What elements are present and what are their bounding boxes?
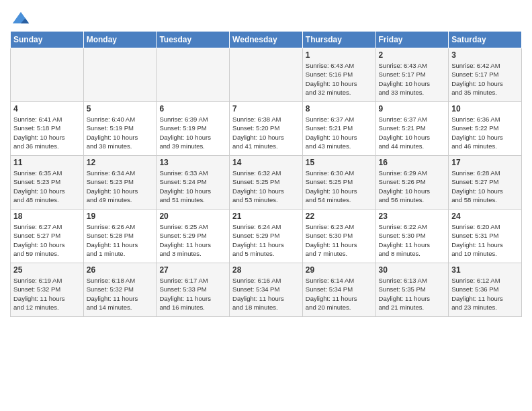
day-info: Sunrise: 6:35 AM Sunset: 5:23 PM Dayligh… bbox=[13, 169, 81, 204]
day-number: 21 bbox=[232, 212, 300, 221]
day-info: Sunrise: 6:34 AM Sunset: 5:23 PM Dayligh… bbox=[87, 169, 154, 204]
logo bbox=[10, 11, 30, 26]
day-info: Sunrise: 6:13 AM Sunset: 5:35 PM Dayligh… bbox=[379, 276, 446, 312]
day-info: Sunrise: 6:37 AM Sunset: 5:21 PM Dayligh… bbox=[379, 115, 446, 150]
calendar-cell: 20Sunrise: 6:25 AM Sunset: 5:29 PM Dayli… bbox=[157, 210, 230, 263]
day-number: 13 bbox=[159, 158, 226, 167]
day-number: 20 bbox=[159, 212, 226, 221]
calendar-cell: 13Sunrise: 6:33 AM Sunset: 5:24 PM Dayli… bbox=[157, 156, 230, 210]
week-row-5: 25Sunrise: 6:19 AM Sunset: 5:32 PM Dayli… bbox=[11, 263, 522, 317]
calendar-cell: 27Sunrise: 6:17 AM Sunset: 5:33 PM Dayli… bbox=[157, 263, 230, 317]
calendar-cell: 5Sunrise: 6:40 AM Sunset: 5:19 PM Daylig… bbox=[83, 102, 157, 156]
day-number: 15 bbox=[306, 158, 373, 167]
col-header-wednesday: Wednesday bbox=[230, 32, 303, 48]
calendar-cell: 29Sunrise: 6:14 AM Sunset: 5:34 PM Dayli… bbox=[302, 263, 375, 317]
calendar-cell bbox=[230, 48, 303, 102]
day-info: Sunrise: 6:14 AM Sunset: 5:34 PM Dayligh… bbox=[306, 276, 373, 312]
day-info: Sunrise: 6:40 AM Sunset: 5:19 PM Dayligh… bbox=[87, 115, 154, 150]
day-number: 29 bbox=[306, 265, 373, 275]
col-header-thursday: Thursday bbox=[302, 32, 375, 48]
calendar-cell: 18Sunrise: 6:27 AM Sunset: 5:27 PM Dayli… bbox=[11, 210, 84, 263]
col-header-monday: Monday bbox=[83, 32, 157, 48]
day-number: 23 bbox=[379, 212, 446, 221]
calendar-cell: 6Sunrise: 6:39 AM Sunset: 5:19 PM Daylig… bbox=[157, 102, 230, 156]
day-number: 25 bbox=[13, 265, 81, 275]
calendar-cell: 1Sunrise: 6:43 AM Sunset: 5:16 PM Daylig… bbox=[302, 48, 375, 102]
day-info: Sunrise: 6:28 AM Sunset: 5:27 PM Dayligh… bbox=[451, 169, 519, 204]
day-info: Sunrise: 6:16 AM Sunset: 5:34 PM Dayligh… bbox=[232, 276, 300, 312]
calendar-cell: 7Sunrise: 6:38 AM Sunset: 5:20 PM Daylig… bbox=[230, 102, 303, 156]
day-info: Sunrise: 6:41 AM Sunset: 5:18 PM Dayligh… bbox=[13, 115, 81, 150]
day-info: Sunrise: 6:30 AM Sunset: 5:25 PM Dayligh… bbox=[306, 169, 373, 204]
day-info: Sunrise: 6:12 AM Sunset: 5:36 PM Dayligh… bbox=[451, 276, 519, 312]
day-number: 28 bbox=[232, 265, 300, 275]
calendar-cell: 12Sunrise: 6:34 AM Sunset: 5:23 PM Dayli… bbox=[83, 156, 157, 210]
calendar-cell: 2Sunrise: 6:43 AM Sunset: 5:17 PM Daylig… bbox=[375, 48, 449, 102]
day-info: Sunrise: 6:37 AM Sunset: 5:21 PM Dayligh… bbox=[306, 115, 373, 150]
calendar-cell: 26Sunrise: 6:18 AM Sunset: 5:32 PM Dayli… bbox=[83, 263, 157, 317]
calendar-cell bbox=[157, 48, 230, 102]
day-number: 14 bbox=[232, 158, 300, 167]
col-header-friday: Friday bbox=[375, 32, 449, 48]
calendar-cell: 9Sunrise: 6:37 AM Sunset: 5:21 PM Daylig… bbox=[375, 102, 449, 156]
calendar-cell: 23Sunrise: 6:22 AM Sunset: 5:30 PM Dayli… bbox=[375, 210, 449, 263]
day-number: 1 bbox=[306, 50, 373, 60]
calendar-cell: 28Sunrise: 6:16 AM Sunset: 5:34 PM Dayli… bbox=[230, 263, 303, 317]
calendar-cell: 17Sunrise: 6:28 AM Sunset: 5:27 PM Dayli… bbox=[449, 156, 522, 210]
day-info: Sunrise: 6:19 AM Sunset: 5:32 PM Dayligh… bbox=[13, 276, 81, 312]
day-info: Sunrise: 6:24 AM Sunset: 5:29 PM Dayligh… bbox=[232, 222, 300, 258]
day-number: 18 bbox=[13, 212, 81, 221]
calendar-cell: 21Sunrise: 6:24 AM Sunset: 5:29 PM Dayli… bbox=[230, 210, 303, 263]
day-number: 4 bbox=[13, 104, 81, 113]
day-info: Sunrise: 6:39 AM Sunset: 5:19 PM Dayligh… bbox=[159, 115, 226, 150]
calendar-cell: 25Sunrise: 6:19 AM Sunset: 5:32 PM Dayli… bbox=[11, 263, 84, 317]
calendar-cell: 11Sunrise: 6:35 AM Sunset: 5:23 PM Dayli… bbox=[11, 156, 84, 210]
col-header-tuesday: Tuesday bbox=[157, 32, 230, 48]
calendar-cell: 16Sunrise: 6:29 AM Sunset: 5:26 PM Dayli… bbox=[375, 156, 449, 210]
day-number: 8 bbox=[306, 104, 373, 113]
calendar-cell: 24Sunrise: 6:20 AM Sunset: 5:31 PM Dayli… bbox=[449, 210, 522, 263]
week-row-4: 18Sunrise: 6:27 AM Sunset: 5:27 PM Dayli… bbox=[11, 210, 522, 263]
week-row-2: 4Sunrise: 6:41 AM Sunset: 5:18 PM Daylig… bbox=[11, 102, 522, 156]
day-number: 17 bbox=[451, 158, 519, 167]
day-info: Sunrise: 6:42 AM Sunset: 5:17 PM Dayligh… bbox=[451, 61, 519, 97]
day-number: 30 bbox=[379, 265, 446, 275]
day-number: 12 bbox=[87, 158, 154, 167]
day-info: Sunrise: 6:43 AM Sunset: 5:17 PM Dayligh… bbox=[379, 61, 446, 97]
day-number: 2 bbox=[379, 50, 446, 60]
day-info: Sunrise: 6:32 AM Sunset: 5:25 PM Dayligh… bbox=[232, 169, 300, 204]
day-info: Sunrise: 6:33 AM Sunset: 5:24 PM Dayligh… bbox=[159, 169, 226, 204]
week-row-3: 11Sunrise: 6:35 AM Sunset: 5:23 PM Dayli… bbox=[11, 156, 522, 210]
day-number: 3 bbox=[451, 50, 519, 60]
day-info: Sunrise: 6:22 AM Sunset: 5:30 PM Dayligh… bbox=[379, 222, 446, 258]
day-info: Sunrise: 6:26 AM Sunset: 5:28 PM Dayligh… bbox=[87, 222, 154, 258]
week-row-1: 1Sunrise: 6:43 AM Sunset: 5:16 PM Daylig… bbox=[11, 48, 522, 102]
col-header-sunday: Sunday bbox=[11, 32, 84, 48]
day-number: 11 bbox=[13, 158, 81, 167]
col-header-saturday: Saturday bbox=[449, 32, 522, 48]
calendar-cell: 30Sunrise: 6:13 AM Sunset: 5:35 PM Dayli… bbox=[375, 263, 449, 317]
day-info: Sunrise: 6:17 AM Sunset: 5:33 PM Dayligh… bbox=[159, 276, 226, 312]
calendar-table: SundayMondayTuesdayWednesdayThursdayFrid… bbox=[10, 31, 522, 317]
calendar-cell bbox=[11, 48, 84, 102]
header-row: SundayMondayTuesdayWednesdayThursdayFrid… bbox=[11, 32, 522, 48]
header bbox=[10, 7, 522, 26]
calendar-cell: 31Sunrise: 6:12 AM Sunset: 5:36 PM Dayli… bbox=[449, 263, 522, 317]
day-info: Sunrise: 6:43 AM Sunset: 5:16 PM Dayligh… bbox=[306, 61, 373, 97]
day-number: 9 bbox=[379, 104, 446, 113]
day-number: 6 bbox=[159, 104, 226, 113]
day-number: 24 bbox=[451, 212, 519, 221]
day-info: Sunrise: 6:25 AM Sunset: 5:29 PM Dayligh… bbox=[159, 222, 226, 258]
calendar-cell: 14Sunrise: 6:32 AM Sunset: 5:25 PM Dayli… bbox=[230, 156, 303, 210]
day-info: Sunrise: 6:23 AM Sunset: 5:30 PM Dayligh… bbox=[306, 222, 373, 258]
day-info: Sunrise: 6:27 AM Sunset: 5:27 PM Dayligh… bbox=[13, 222, 81, 258]
calendar-cell: 19Sunrise: 6:26 AM Sunset: 5:28 PM Dayli… bbox=[83, 210, 157, 263]
day-number: 19 bbox=[87, 212, 154, 221]
day-number: 16 bbox=[379, 158, 446, 167]
day-number: 27 bbox=[159, 265, 226, 275]
day-info: Sunrise: 6:20 AM Sunset: 5:31 PM Dayligh… bbox=[451, 222, 519, 258]
day-info: Sunrise: 6:29 AM Sunset: 5:26 PM Dayligh… bbox=[379, 169, 446, 204]
day-info: Sunrise: 6:38 AM Sunset: 5:20 PM Dayligh… bbox=[232, 115, 300, 150]
calendar-cell: 8Sunrise: 6:37 AM Sunset: 5:21 PM Daylig… bbox=[302, 102, 375, 156]
day-number: 22 bbox=[306, 212, 373, 221]
